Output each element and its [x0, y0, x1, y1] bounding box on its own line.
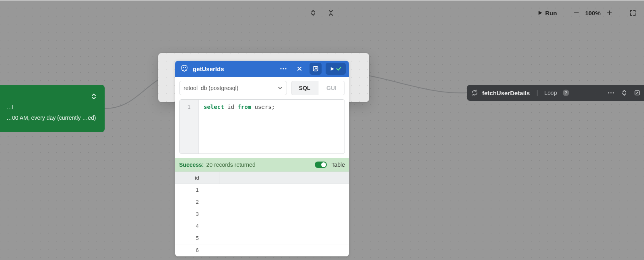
run-label: Run: [545, 10, 557, 16]
cell-id: 6: [175, 244, 219, 256]
zoom-in-button[interactable]: [605, 9, 613, 17]
node-subtitle: Loop: [545, 90, 557, 96]
top-toolbar: Run 100%: [0, 0, 644, 25]
table-header-row: id: [175, 172, 349, 184]
svg-point-8: [285, 68, 286, 69]
table-row[interactable]: 1: [175, 184, 349, 196]
table-row[interactable]: 6: [175, 244, 349, 256]
svg-point-6: [280, 68, 281, 69]
collapse-icon[interactable]: [293, 63, 305, 75]
mode-sql[interactable]: SQL: [291, 81, 318, 95]
chevron-down-icon: [278, 86, 283, 90]
table-row[interactable]: 4: [175, 220, 349, 232]
line-number: 1: [180, 104, 198, 110]
postgres-icon: [180, 64, 189, 73]
run-query-button[interactable]: [326, 63, 346, 75]
datasource-select[interactable]: retool_db (postgresql): [179, 81, 287, 95]
cell-id: 3: [175, 208, 219, 220]
expand-icon[interactable]: [621, 90, 627, 96]
mode-gui[interactable]: GUI: [318, 81, 345, 95]
table-row[interactable]: 5: [175, 232, 349, 244]
svg-point-1: [610, 92, 611, 93]
open-external-icon[interactable]: [310, 63, 322, 75]
node-title: fetchUserDetails: [482, 90, 530, 96]
trigger-text-1: …l: [6, 103, 98, 111]
play-icon: [538, 10, 543, 15]
code-content[interactable]: select id from users;: [199, 100, 345, 154]
play-icon: [330, 67, 334, 71]
cell-id: 4: [175, 220, 219, 232]
fit-view-icon[interactable]: [629, 9, 637, 17]
table-toggle[interactable]: [315, 162, 327, 168]
help-icon[interactable]: ?: [563, 90, 569, 96]
datasource-value: retool_db (postgresql): [184, 85, 238, 91]
svg-point-7: [283, 68, 284, 69]
collapse-vertical-icon[interactable]: [327, 9, 335, 17]
svg-point-0: [608, 92, 609, 93]
cell-id: 1: [175, 184, 219, 196]
node-title: getUserIds: [193, 66, 224, 72]
trigger-text-2: …00 AM, every day (currently …ed): [6, 114, 98, 122]
cell-id: 2: [175, 196, 219, 208]
zoom-level: 100%: [585, 10, 601, 16]
status-bar: Success: 20 records returned Table: [175, 158, 349, 172]
get-user-ids-node: getUserIds retool_db (postgresql) SQL GU…: [175, 61, 349, 256]
run-button[interactable]: Run: [538, 10, 557, 16]
divider: |: [536, 89, 538, 96]
col-header-id[interactable]: id: [175, 172, 219, 184]
fetch-user-details-node[interactable]: fetchUserDetails | Loop ?: [467, 85, 644, 101]
svg-point-2: [613, 92, 614, 93]
more-icon[interactable]: [277, 63, 289, 75]
expand-node-icon[interactable]: [89, 92, 98, 101]
expand-vertical-icon[interactable]: [309, 9, 317, 17]
zoom-out-button[interactable]: [572, 9, 580, 17]
status-label: Success:: [179, 162, 204, 168]
line-gutter: 1: [180, 100, 199, 154]
sql-editor[interactable]: 1 select id from users;: [179, 99, 345, 154]
result-table: id 123456: [175, 172, 349, 256]
mode-toggle: SQL GUI: [291, 81, 345, 95]
table-row[interactable]: 3: [175, 208, 349, 220]
status-message: 20 records returned: [206, 162, 255, 168]
node-header[interactable]: getUserIds: [175, 61, 349, 77]
loop-icon: [471, 89, 478, 96]
svg-point-5: [185, 67, 186, 68]
view-label: Table: [332, 162, 345, 168]
svg-point-4: [183, 67, 184, 68]
cell-id: 5: [175, 232, 219, 244]
trigger-node[interactable]: …l …00 AM, every day (currently …ed): [0, 85, 105, 132]
more-icon[interactable]: [608, 92, 614, 94]
table-row[interactable]: 2: [175, 196, 349, 208]
open-icon[interactable]: [634, 90, 640, 96]
check-icon: [336, 66, 342, 72]
